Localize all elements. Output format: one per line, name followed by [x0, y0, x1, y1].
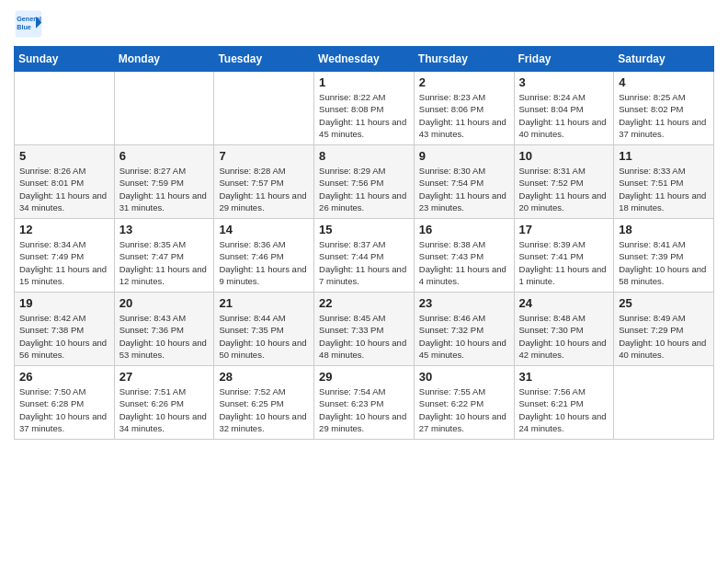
calendar-cell: 9Sunrise: 8:30 AM Sunset: 7:54 PM Daylig… — [414, 145, 514, 219]
day-number: 28 — [219, 370, 309, 384]
calendar-cell: 1Sunrise: 8:22 AM Sunset: 8:08 PM Daylig… — [314, 72, 415, 145]
day-info: Sunrise: 8:26 AM Sunset: 8:01 PM Dayligh… — [19, 165, 109, 213]
day-info: Sunrise: 7:51 AM Sunset: 6:26 PM Dayligh… — [119, 385, 210, 434]
weekday-header-friday: Friday — [514, 47, 614, 72]
day-info: Sunrise: 8:39 AM Sunset: 7:41 PM Dayligh… — [519, 238, 609, 287]
logo: General Blue — [14, 9, 43, 39]
day-number: 3 — [519, 75, 609, 89]
day-info: Sunrise: 8:34 AM Sunset: 7:49 PM Dayligh… — [19, 238, 109, 287]
calendar-cell: 27Sunrise: 7:51 AM Sunset: 6:26 PM Dayli… — [114, 366, 214, 440]
day-number: 29 — [319, 370, 409, 384]
svg-text:Blue: Blue — [17, 23, 31, 31]
day-info: Sunrise: 7:55 AM Sunset: 6:22 PM Dayligh… — [419, 385, 509, 434]
day-info: Sunrise: 8:29 AM Sunset: 7:56 PM Dayligh… — [319, 165, 409, 213]
day-info: Sunrise: 8:25 AM Sunset: 8:02 PM Dayligh… — [619, 91, 709, 140]
day-info: Sunrise: 8:49 AM Sunset: 7:29 PM Dayligh… — [619, 312, 709, 361]
calendar-cell: 3Sunrise: 8:24 AM Sunset: 8:04 PM Daylig… — [514, 72, 614, 145]
calendar-cell — [114, 72, 214, 145]
day-number: 25 — [619, 296, 709, 310]
weekday-header-monday: Monday — [114, 47, 214, 72]
day-info: Sunrise: 8:33 AM Sunset: 7:51 PM Dayligh… — [619, 165, 709, 213]
day-number: 14 — [219, 223, 309, 236]
day-info: Sunrise: 8:44 AM Sunset: 7:35 PM Dayligh… — [219, 312, 309, 361]
calendar-cell: 21Sunrise: 8:44 AM Sunset: 7:35 PM Dayli… — [214, 293, 314, 366]
calendar-cell: 25Sunrise: 8:49 AM Sunset: 7:29 PM Dayli… — [614, 293, 714, 366]
day-info: Sunrise: 8:35 AM Sunset: 7:47 PM Dayligh… — [119, 238, 210, 287]
day-number: 19 — [19, 296, 109, 310]
day-info: Sunrise: 8:41 AM Sunset: 7:39 PM Dayligh… — [619, 238, 709, 287]
day-number: 24 — [519, 296, 609, 310]
calendar-cell: 11Sunrise: 8:33 AM Sunset: 7:51 PM Dayli… — [614, 145, 714, 219]
day-info: Sunrise: 8:48 AM Sunset: 7:30 PM Dayligh… — [519, 312, 609, 361]
day-info: Sunrise: 8:27 AM Sunset: 7:59 PM Dayligh… — [119, 165, 210, 213]
day-number: 6 — [119, 149, 210, 163]
day-number: 20 — [119, 296, 210, 310]
calendar-cell: 17Sunrise: 8:39 AM Sunset: 7:41 PM Dayli… — [514, 219, 614, 293]
day-info: Sunrise: 8:36 AM Sunset: 7:46 PM Dayligh… — [219, 238, 309, 287]
calendar-cell: 4Sunrise: 8:25 AM Sunset: 8:02 PM Daylig… — [614, 72, 714, 145]
calendar-table: SundayMondayTuesdayWednesdayThursdayFrid… — [14, 46, 714, 440]
calendar-cell: 29Sunrise: 7:54 AM Sunset: 6:23 PM Dayli… — [314, 366, 415, 440]
day-info: Sunrise: 8:22 AM Sunset: 8:08 PM Dayligh… — [319, 91, 409, 140]
weekday-header-tuesday: Tuesday — [214, 47, 314, 72]
day-number: 27 — [119, 370, 210, 384]
calendar-cell — [214, 72, 314, 145]
calendar-cell: 30Sunrise: 7:55 AM Sunset: 6:22 PM Dayli… — [414, 366, 514, 440]
calendar-cell — [614, 366, 714, 440]
calendar-cell: 15Sunrise: 8:37 AM Sunset: 7:44 PM Dayli… — [314, 219, 415, 293]
day-info: Sunrise: 8:24 AM Sunset: 8:04 PM Dayligh… — [519, 91, 609, 140]
day-number: 4 — [619, 75, 709, 89]
weekday-header-sunday: Sunday — [15, 47, 115, 72]
day-info: Sunrise: 7:54 AM Sunset: 6:23 PM Dayligh… — [319, 385, 409, 434]
calendar-cell: 14Sunrise: 8:36 AM Sunset: 7:46 PM Dayli… — [214, 219, 314, 293]
logo-icon: General Blue — [14, 9, 43, 39]
weekday-header-thursday: Thursday — [414, 47, 514, 72]
day-number: 15 — [319, 223, 409, 236]
day-number: 11 — [619, 149, 709, 163]
day-number: 31 — [519, 370, 609, 384]
calendar-cell: 16Sunrise: 8:38 AM Sunset: 7:43 PM Dayli… — [414, 219, 514, 293]
calendar-cell: 12Sunrise: 8:34 AM Sunset: 7:49 PM Dayli… — [15, 219, 115, 293]
calendar-cell: 18Sunrise: 8:41 AM Sunset: 7:39 PM Dayli… — [614, 219, 714, 293]
day-info: Sunrise: 8:37 AM Sunset: 7:44 PM Dayligh… — [319, 238, 409, 287]
day-info: Sunrise: 8:23 AM Sunset: 8:06 PM Dayligh… — [419, 91, 509, 140]
header: General Blue — [14, 9, 714, 39]
day-number: 22 — [319, 296, 409, 310]
day-number: 16 — [419, 223, 509, 236]
day-info: Sunrise: 8:43 AM Sunset: 7:36 PM Dayligh… — [119, 312, 210, 361]
day-info: Sunrise: 7:56 AM Sunset: 6:21 PM Dayligh… — [519, 385, 609, 434]
calendar-cell: 20Sunrise: 8:43 AM Sunset: 7:36 PM Dayli… — [114, 293, 214, 366]
day-number: 7 — [219, 149, 309, 163]
day-number: 17 — [519, 223, 609, 236]
day-info: Sunrise: 8:38 AM Sunset: 7:43 PM Dayligh… — [419, 238, 509, 287]
day-number: 23 — [419, 296, 509, 310]
day-number: 21 — [219, 296, 309, 310]
calendar-cell: 23Sunrise: 8:46 AM Sunset: 7:32 PM Dayli… — [414, 293, 514, 366]
weekday-header-wednesday: Wednesday — [314, 47, 415, 72]
day-number: 8 — [319, 149, 409, 163]
day-info: Sunrise: 8:30 AM Sunset: 7:54 PM Dayligh… — [419, 165, 509, 213]
calendar-cell — [15, 72, 115, 145]
calendar-cell: 24Sunrise: 8:48 AM Sunset: 7:30 PM Dayli… — [514, 293, 614, 366]
calendar-cell: 7Sunrise: 8:28 AM Sunset: 7:57 PM Daylig… — [214, 145, 314, 219]
day-info: Sunrise: 7:52 AM Sunset: 6:25 PM Dayligh… — [219, 385, 309, 434]
calendar-cell: 5Sunrise: 8:26 AM Sunset: 8:01 PM Daylig… — [15, 145, 115, 219]
calendar-cell: 19Sunrise: 8:42 AM Sunset: 7:38 PM Dayli… — [15, 293, 115, 366]
day-number: 26 — [19, 370, 109, 384]
day-number: 10 — [519, 149, 609, 163]
day-number: 5 — [19, 149, 109, 163]
day-number: 9 — [419, 149, 509, 163]
calendar-cell: 10Sunrise: 8:31 AM Sunset: 7:52 PM Dayli… — [514, 145, 614, 219]
day-number: 12 — [19, 223, 109, 236]
calendar-cell: 13Sunrise: 8:35 AM Sunset: 7:47 PM Dayli… — [114, 219, 214, 293]
day-info: Sunrise: 8:46 AM Sunset: 7:32 PM Dayligh… — [419, 312, 509, 361]
day-info: Sunrise: 8:45 AM Sunset: 7:33 PM Dayligh… — [319, 312, 409, 361]
calendar-cell: 28Sunrise: 7:52 AM Sunset: 6:25 PM Dayli… — [214, 366, 314, 440]
day-number: 30 — [419, 370, 509, 384]
calendar-cell: 22Sunrise: 8:45 AM Sunset: 7:33 PM Dayli… — [314, 293, 415, 366]
calendar-cell: 31Sunrise: 7:56 AM Sunset: 6:21 PM Dayli… — [514, 366, 614, 440]
day-info: Sunrise: 7:50 AM Sunset: 6:28 PM Dayligh… — [19, 385, 109, 434]
calendar-cell: 8Sunrise: 8:29 AM Sunset: 7:56 PM Daylig… — [314, 145, 415, 219]
day-number: 18 — [619, 223, 709, 236]
calendar-cell: 2Sunrise: 8:23 AM Sunset: 8:06 PM Daylig… — [414, 72, 514, 145]
